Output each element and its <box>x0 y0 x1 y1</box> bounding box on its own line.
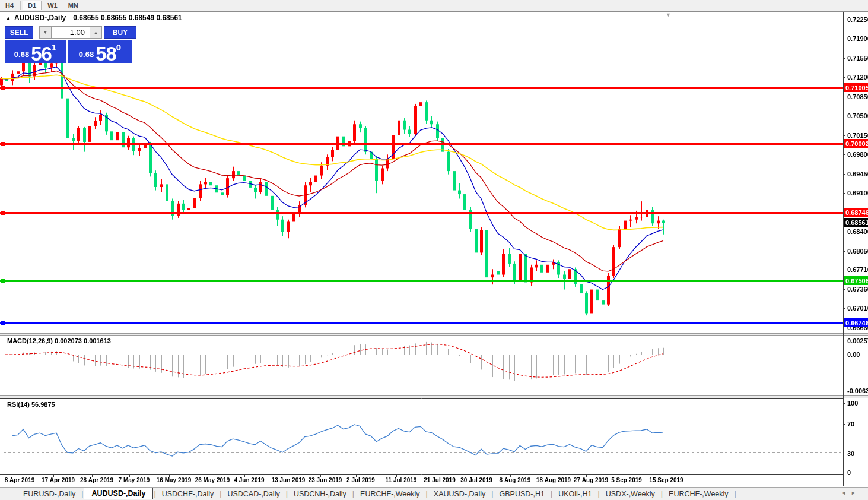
tab-separator: | <box>735 490 736 498</box>
macd-indicator-label: MACD(12,26,9) 0.002073 0.001613 <box>7 337 111 344</box>
tab-separator: | <box>491 490 493 498</box>
timeframe-d1-button[interactable]: D1 <box>23 1 42 10</box>
tab-usdchf-daily[interactable]: USDCHF-,Daily <box>157 489 220 499</box>
tab-separator: | <box>597 490 599 498</box>
buy-button[interactable]: BUY <box>104 26 136 39</box>
buy-price-prefix: 0.68 <box>79 50 94 59</box>
tab-usdcad-daily[interactable]: USDCAD-,Daily <box>222 489 285 499</box>
rsi-indicator-label: RSI(14) 56.9875 <box>7 401 55 408</box>
price-chart-canvas[interactable] <box>0 0 868 500</box>
tab-eurusd-daily[interactable]: EURUSD-,Daily <box>18 489 81 499</box>
buy-price-display[interactable]: 0.68 58 0 <box>68 40 132 63</box>
chart-ohlc-values: 0.68655 0.68655 0.68549 0.68561 <box>73 14 182 22</box>
tab-separator: | <box>220 490 221 498</box>
collapse-arrow-icon[interactable]: ▲ <box>6 15 11 21</box>
mt4-window: H4 D1 W1 MN ▲ AUDUSD-,Daily 0.68655 0.68… <box>0 0 868 500</box>
tab-separator: | <box>352 490 354 498</box>
timeframe-mn-button[interactable]: MN <box>63 1 83 10</box>
chart-shift-marker-icon[interactable]: ▼ <box>666 12 671 18</box>
volume-decrease-button[interactable]: ▼ <box>39 26 52 39</box>
tab-usdx-weekly[interactable]: USDX-,Weekly <box>600 489 660 499</box>
tab-audusd-daily[interactable]: AUDUSD-,Daily <box>84 488 153 499</box>
triangle-up-icon: ▲ <box>94 30 98 34</box>
chart-title: ▲ AUDUSD-,Daily 0.68655 0.68655 0.68549 … <box>6 14 182 22</box>
sell-price-pipette: 1 <box>52 42 56 52</box>
volume-increase-button[interactable]: ▲ <box>90 26 102 39</box>
buy-price-pipette: 0 <box>116 42 121 52</box>
tab-gbpusd-h1[interactable]: GBPUSD-,H1 <box>494 489 550 499</box>
timeframe-toolbar: H4 D1 W1 MN <box>0 0 868 12</box>
tab-eurchf-weekly-2[interactable]: EURCHF-,Weekly <box>663 489 733 499</box>
tab-scroll-arrows[interactable]: ◄► <box>841 490 861 496</box>
tab-ukoil-h1[interactable]: UKOil-,H1 <box>553 489 597 499</box>
tab-usdcnh-daily[interactable]: USDCNH-,Daily <box>288 489 352 499</box>
tab-eurchf-weekly[interactable]: EURCHF-,Weekly <box>355 489 425 499</box>
toolbar-separator <box>85 1 85 10</box>
volume-input[interactable] <box>52 26 90 39</box>
triangle-down-icon: ▼ <box>43 30 47 34</box>
tab-separator: | <box>551 490 552 498</box>
tab-separator: | <box>81 490 83 498</box>
timeframe-h4-button[interactable]: H4 <box>1 1 18 10</box>
tab-separator: | <box>661 490 663 498</box>
sell-price-prefix: 0.68 <box>14 50 29 59</box>
sell-button[interactable]: SELL <box>5 26 33 39</box>
chart-symbol-label: AUDUSD-,Daily <box>14 14 66 22</box>
arrow-left-icon[interactable]: ◄ <box>841 490 851 496</box>
tab-separator: | <box>154 490 155 498</box>
tab-separator: | <box>426 490 428 498</box>
tab-xauusd-daily[interactable]: XAUUSD-,Daily <box>428 489 491 499</box>
buy-price-big: 58 <box>96 46 116 62</box>
toolbar-separator <box>20 1 21 10</box>
arrow-right-icon[interactable]: ► <box>851 490 861 496</box>
one-click-trading-panel: SELL ▼ ▲ BUY 0.68 56 1 0.68 58 0 <box>5 26 138 63</box>
symbol-tab-bar: EURUSD-,Daily | AUDUSD-,Daily | USDCHF-,… <box>0 487 868 500</box>
timeframe-w1-button[interactable]: W1 <box>43 1 62 10</box>
sell-price-display[interactable]: 0.68 56 1 <box>5 40 66 63</box>
tab-separator: | <box>286 490 288 498</box>
sell-price-big: 56 <box>31 46 52 62</box>
